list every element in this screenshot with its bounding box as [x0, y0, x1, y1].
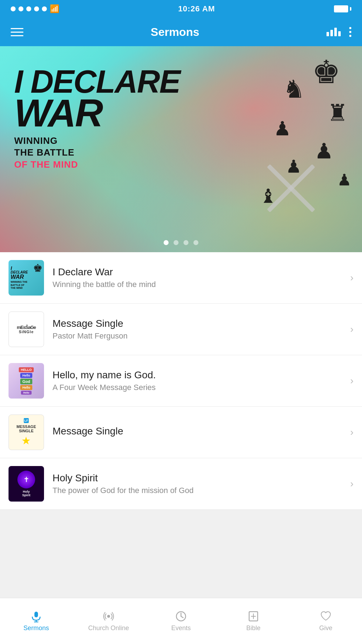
sermon-thumbnail-4: LF MESSAGE SINGLE ★: [9, 415, 44, 450]
sermon-subtitle-5: The power of God for the mission of God: [53, 486, 346, 495]
signal-dots: [11, 6, 47, 11]
chevron-right-icon-1: ›: [350, 272, 353, 283]
bible-icon: [247, 610, 259, 622]
navigation-bar: Sermons: [0, 18, 362, 46]
chess-icon: ♚: [33, 262, 43, 274]
tab-church-online-label: Church Online: [88, 624, 129, 632]
tab-church-online[interactable]: Church Online: [72, 610, 145, 632]
sermon-thumbnail-5: ✝ HolySpirit: [9, 466, 44, 502]
carousel-dots: [164, 240, 198, 245]
hero-subtitle-1: WINNING: [14, 135, 180, 147]
clock-icon: [175, 610, 187, 622]
tab-give[interactable]: Give: [290, 610, 362, 632]
sermon-title-3: Hello, my name is God.: [53, 369, 346, 381]
tag-hello-4: Hello: [21, 391, 31, 395]
carousel-dot-1[interactable]: [164, 240, 169, 245]
hero-line2: WAR: [14, 96, 180, 130]
sermon-thumbnail-3: HELLO Hello God Hello Hello: [9, 363, 44, 399]
tab-events-label: Events: [171, 624, 191, 632]
sermon-thumbnail-1: I DECLARE WAR WINNING THEBATTLE OFTHE MI…: [9, 260, 44, 296]
svg-line-6: [181, 616, 183, 618]
cross-decoration: [256, 153, 327, 224]
tag-hello-3: Hello: [20, 385, 32, 390]
sermon-thumbnail-2: mEsŜaGe SiNGle: [9, 312, 44, 347]
signal-dot-4: [34, 6, 39, 11]
tab-sermons[interactable]: Sermons: [0, 610, 72, 632]
battery-tip: [350, 7, 351, 11]
sermon-item-2[interactable]: mEsŜaGe SiNGle Message Single Pastor Mat…: [0, 304, 362, 355]
broadcast-icon: [103, 610, 115, 622]
wifi-icon: 📶: [50, 4, 59, 13]
tag-god: God: [20, 379, 32, 384]
stats-icon[interactable]: [327, 28, 341, 36]
sermon-subtitle-3: A Four Week Message Series: [53, 383, 346, 392]
signal-dot-5: [42, 6, 47, 11]
signal-dot-3: [26, 6, 31, 11]
sermon-item-3[interactable]: HELLO Hello God Hello Hello Hello, my na…: [0, 355, 362, 407]
tag-hello-1: HELLO: [19, 367, 34, 372]
tab-events[interactable]: Events: [145, 610, 217, 632]
signal-dot-2: [18, 6, 23, 11]
more-menu-button[interactable]: [349, 27, 351, 37]
status-time: 10:26 AM: [178, 4, 215, 13]
nav-actions: [327, 27, 351, 37]
sermon-title-4: Message Single: [53, 426, 346, 437]
tab-bible[interactable]: Bible: [217, 610, 290, 632]
sermon-info-1: I Declare War Winning the battle of the …: [53, 266, 346, 289]
carousel-dot-2[interactable]: [174, 240, 179, 245]
hero-subtitle: WINNING THE BATTLE OF THE MIND: [14, 135, 180, 171]
sermon-subtitle-1: Winning the battle of the mind: [53, 280, 346, 289]
carousel-dot-3[interactable]: [183, 240, 188, 245]
sermon-info-4: Message Single: [53, 426, 346, 439]
sermon-title-2: Message Single: [53, 318, 346, 329]
status-bar: 📶 10:26 AM: [0, 0, 362, 18]
sermon-item-1[interactable]: I DECLARE WAR WINNING THEBATTLE OFTHE MI…: [0, 252, 362, 304]
chevron-right-icon-2: ›: [350, 324, 353, 335]
tab-bar: Sermons Church Online Events Bible: [0, 598, 362, 644]
svg-rect-0: [34, 612, 38, 617]
chevron-right-icon-4: ›: [350, 427, 353, 438]
hero-subtitle-3: OF THE MIND: [14, 159, 180, 171]
tab-bible-label: Bible: [246, 624, 260, 632]
page-title: Sermons: [151, 26, 199, 39]
battery-indicator: [334, 5, 351, 12]
hero-subtitle-2: THE BATTLE: [14, 147, 180, 159]
sermon-info-5: Holy Spirit The power of God for the mis…: [53, 472, 346, 495]
svg-point-3: [107, 615, 110, 618]
sermon-info-3: Hello, my name is God. A Four Week Messa…: [53, 369, 346, 392]
tab-sermons-label: Sermons: [23, 624, 49, 632]
sermon-info-2: Message Single Pastor Matt Ferguson: [53, 318, 346, 341]
hero-banner[interactable]: ♚ ♞ ♜ ♟ ♟ ♟ ♟ ♝ I DECLARE WAR WINNING TH…: [0, 46, 362, 252]
sermon-subtitle-2: Pastor Matt Ferguson: [53, 331, 346, 341]
sermon-title-1: I Declare War: [53, 266, 346, 278]
sermon-item-5[interactable]: ✝ HolySpirit Holy Spirit The power of Go…: [0, 458, 362, 510]
tab-spacer: [0, 510, 362, 556]
holy-spirit-circle: ✝: [17, 471, 35, 488]
carousel-dot-4[interactable]: [193, 240, 198, 245]
chevron-right-icon-5: ›: [350, 478, 353, 489]
tag-hello-2: Hello: [20, 373, 32, 378]
chevron-right-icon-3: ›: [350, 375, 353, 386]
hero-text-block: I DECLARE WAR WINNING THE BATTLE OF THE …: [14, 67, 180, 171]
microphone-icon: [30, 610, 42, 622]
sermon-item-4[interactable]: LF MESSAGE SINGLE ★ Message Single ›: [0, 407, 362, 458]
battery-icon: [334, 5, 348, 12]
heart-icon: [320, 610, 332, 622]
hamburger-menu-button[interactable]: [11, 28, 23, 36]
sermon-list: I DECLARE WAR WINNING THEBATTLE OFTHE MI…: [0, 252, 362, 510]
tab-give-label: Give: [319, 624, 332, 632]
sermon-title-5: Holy Spirit: [53, 472, 346, 484]
signal-dot-1: [11, 6, 16, 11]
